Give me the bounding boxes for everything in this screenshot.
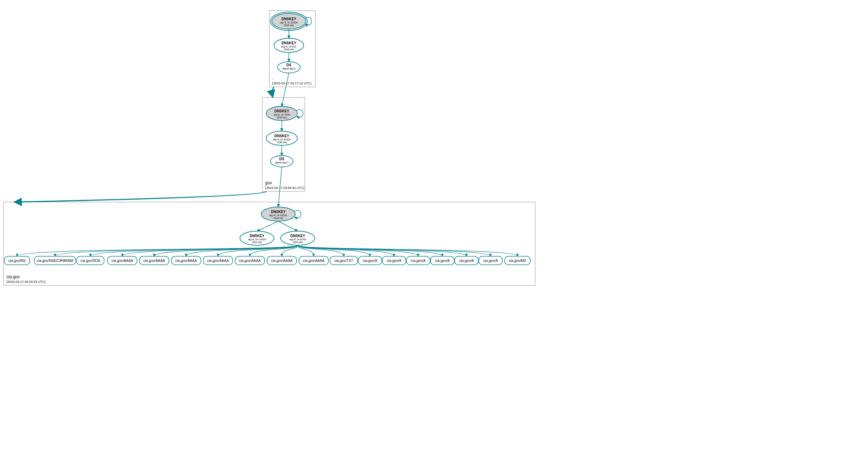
fanout-edge <box>17 245 298 256</box>
rrset-label: cia.gov/AAAA <box>143 259 165 263</box>
fanout-edge <box>298 245 394 256</box>
fanout-edge <box>186 245 298 256</box>
zone-label: gov <box>265 180 272 185</box>
zone-timestamp: (2023-02-17 03:59:32 UTC) <box>265 186 304 190</box>
node-sub2: 2048 bits <box>277 116 287 119</box>
rrset-label: cia.gov/NSEC3PARAM <box>37 259 73 263</box>
rrset-label: cia.gov/A <box>387 259 401 263</box>
node-sub2: 2048 bits <box>284 24 294 27</box>
zone-label: . <box>272 76 273 81</box>
edge <box>278 221 298 231</box>
rrset-label: cia.gov/A <box>435 259 449 263</box>
node-sub2: 1024 bits <box>252 241 262 244</box>
node-sub1: digest alg=2 <box>275 161 289 164</box>
rrset-label: cia.gov/A <box>363 259 377 263</box>
node-sub1: digest alg=2 <box>282 67 296 70</box>
zone-timestamp: (2023-02-17 05:33:33 UTC) <box>6 280 46 284</box>
node-title: DNSKEY <box>250 234 264 238</box>
node-sub1: alg=8, id=951 <box>281 45 297 48</box>
node-sub1: alg=8, id=7698 <box>274 113 290 116</box>
dnssec-diagram: .(2023-02-17 02:17:12 UTC)DNSKEYalg=8, i… <box>0 0 539 291</box>
rrset-label: cia.gov/AAAA <box>271 259 292 263</box>
rrset-label: cia.gov/AAAA <box>239 259 261 263</box>
zone-arrow <box>272 87 274 97</box>
rrset-label: cia.gov/A <box>459 259 474 263</box>
fanout-edge <box>154 245 298 256</box>
rrset-label: cia.gov/MX <box>509 259 526 263</box>
node-sub1: alg=8, id=20326 <box>280 21 298 24</box>
node-title: DNSKEY <box>281 17 296 21</box>
zone-timestamp: (2023-02-17 02:17:12 UTC) <box>272 82 312 85</box>
rrset-label: cia.gov/TXT <box>334 259 353 263</box>
rrset-label: cia.gov/AAAA <box>207 259 229 263</box>
node-title: DNSKEY <box>290 234 305 238</box>
node-sub1: alg=8, id=6240 <box>290 238 306 241</box>
node-sub2: 1024 bits <box>293 241 303 244</box>
node-title: DS <box>279 157 284 161</box>
node-title: DNSKEY <box>274 109 289 113</box>
node-title: DNSKEY <box>281 41 296 45</box>
rrset-label: cia.gov/AAAA <box>303 259 324 263</box>
edge <box>282 73 289 106</box>
rrset-label: cia.gov/AAAA <box>175 259 197 263</box>
node-sub2: 1280 bits <box>277 141 287 144</box>
node-title: DNSKEY <box>274 134 289 138</box>
zone-arrow <box>14 191 267 202</box>
fanout-edge <box>298 245 418 256</box>
rrset-label: cia.gov/A <box>483 259 498 263</box>
rrset-label: cia.gov/NS <box>9 259 26 263</box>
rrset-label: cia.gov/AAAA <box>111 259 133 263</box>
node-sub1: alg=8, id=24250 <box>273 138 291 141</box>
rrset-label: cia.gov/SOA <box>80 259 100 263</box>
node-sub2: 2048 bits <box>273 217 284 219</box>
node-title: DS <box>286 63 291 67</box>
node-sub1: alg=8, id=14269 <box>248 238 266 241</box>
node-sub1: alg=8, id=25534 <box>269 214 287 217</box>
node-sub2: 2048 bits <box>284 48 294 51</box>
node-title: DNSKEY <box>271 210 286 214</box>
zone-label: cia.gov <box>6 274 20 279</box>
rrset-label: cia.gov/A <box>411 259 425 263</box>
edge <box>257 221 278 231</box>
